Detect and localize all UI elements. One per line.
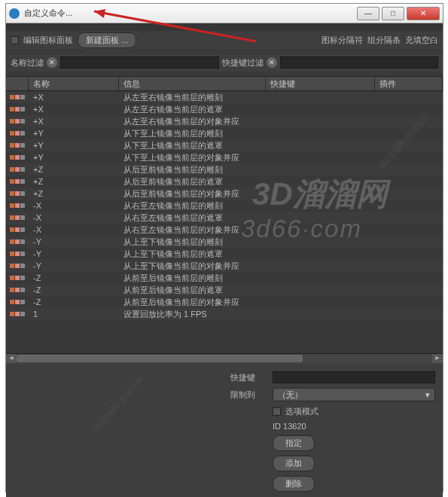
row-name: +Y (29, 141, 119, 150)
table-row[interactable]: +X从左至右镜像当前层的雕刻 (6, 91, 443, 103)
row-name: -Z (29, 273, 119, 282)
row-name: -Y (29, 237, 119, 246)
minimize-button[interactable]: — (357, 7, 379, 20)
table-row[interactable]: 1设置回放比率为 1 FPS (6, 308, 443, 320)
row-info: 从后至前镜像当前层的对象并应 (119, 188, 266, 200)
limit-value: （无） (278, 389, 303, 401)
name-filter-label: 名称过滤 (11, 57, 44, 69)
row-info: 从下至上镜像当前层的对象并应 (119, 152, 266, 163)
scroll-left-icon[interactable]: ◄ (6, 354, 17, 363)
table-row[interactable]: -X从右至左镜像当前层的雕刻 (6, 200, 443, 212)
row-name: -X (29, 201, 119, 210)
scroll-thumb[interactable] (17, 355, 303, 362)
row-icons (6, 179, 29, 184)
fill-blank-button[interactable]: 充填空白 (405, 35, 438, 46)
table-row[interactable]: +X从左至右镜像当前层的遮罩 (6, 103, 443, 115)
table-row[interactable]: +Z从后至前镜像当前层的雕刻 (6, 163, 443, 175)
limit-select[interactable]: （无）▾ (273, 388, 435, 401)
row-icons (6, 276, 29, 280)
table-row[interactable]: -X从右至左镜像当前层的对象并应 (6, 224, 443, 236)
row-name: +Z (29, 165, 119, 174)
table-row[interactable]: -Z从前至后镜像当前层的对象并应 (6, 296, 443, 308)
table-row[interactable]: +Y从下至上镜像当前层的对象并应 (6, 151, 443, 163)
row-name: +X (29, 105, 119, 114)
table-row[interactable]: +X从左至右镜像当前层的对象并应 (6, 115, 443, 127)
row-name: +X (29, 93, 119, 102)
row-name: -X (29, 213, 119, 222)
option-mode-checkbox[interactable] (273, 407, 281, 416)
row-name: +Y (29, 153, 119, 162)
table-row[interactable]: +Y从下至上镜像当前层的遮罩 (6, 139, 443, 151)
shortcut-filter-input[interactable] (280, 56, 439, 69)
shortcut-filter-clear-icon[interactable]: ✕ (267, 57, 277, 68)
edit-panel-label: 编辑图标面板 (23, 35, 73, 46)
add-button[interactable]: 添加 (273, 456, 315, 471)
edit-panel-checkbox[interactable] (11, 36, 19, 44)
maximize-button[interactable]: □ (382, 7, 404, 20)
row-icons (6, 131, 29, 136)
row-icons (6, 95, 29, 99)
delete-button[interactable]: 删除 (273, 476, 315, 492)
header-shortcut[interactable]: 快捷键 (266, 77, 375, 90)
table-row[interactable]: +Y从下至上镜像当前层的雕刻 (6, 127, 443, 139)
icon-sep-button[interactable]: 图标分隔符 (322, 35, 363, 46)
table-row[interactable]: +Z从后至前镜像当前层的遮罩 (6, 175, 443, 188)
row-info: 从左至右镜像当前层的对象并应 (119, 116, 266, 127)
chevron-down-icon: ▾ (425, 390, 430, 400)
filter-bar: 名称过滤 ✕ 快捷键过滤 ✕ (6, 53, 443, 72)
row-info: 从右至左镜像当前层的对象并应 (119, 224, 266, 236)
command-list[interactable]: +X从左至右镜像当前层的雕刻+X从左至右镜像当前层的遮罩+X从左至右镜像当前层的… (6, 91, 443, 353)
row-icons (6, 215, 29, 220)
name-filter-clear-icon[interactable]: ✕ (47, 57, 57, 68)
row-icons (6, 312, 29, 316)
table-row[interactable]: +Z从后至前镜像当前层的对象并应 (6, 188, 443, 200)
table-row[interactable]: -Y从上至下镜像当前层的遮罩 (6, 248, 443, 260)
row-icons (6, 239, 29, 244)
assign-button[interactable]: 指定 (273, 435, 315, 451)
window-title: 自定义命令... (24, 8, 357, 19)
option-mode-label: 选项模式 (285, 406, 318, 417)
id-label: ID 13620 (273, 422, 306, 431)
group-sep-button[interactable]: 组分隔条 (367, 35, 401, 46)
table-row[interactable]: -Z从前至后镜像当前层的雕刻 (6, 272, 443, 284)
row-info: 从左至右镜像当前层的遮罩 (119, 104, 266, 115)
dock-grip[interactable] (6, 23, 443, 31)
limit-label: 限制到 (230, 389, 268, 401)
header-name[interactable]: 名称 (29, 77, 119, 90)
row-icons (6, 191, 29, 196)
shortcut-label: 快捷键 (230, 372, 268, 383)
row-name: +Z (29, 177, 119, 186)
row-icons (6, 167, 29, 172)
app-icon (9, 8, 20, 19)
row-name: -Y (29, 261, 119, 270)
scroll-right-icon[interactable]: ► (432, 354, 443, 363)
row-name: -Z (29, 285, 119, 294)
table-row[interactable]: -Z从前至后镜像当前层的遮罩 (6, 284, 443, 296)
header-plugin[interactable]: 插件 (375, 77, 443, 90)
row-info: 从下至上镜像当前层的遮罩 (119, 140, 266, 151)
shortcut-filter-label: 快捷键过滤 (222, 57, 264, 69)
row-info: 从下至上镜像当前层的雕刻 (119, 128, 266, 139)
toolbar: 编辑图标面板 新建面板 ... 图标分隔符 组分隔条 充填空白 (6, 31, 443, 49)
row-icons (6, 288, 29, 292)
window-titlebar: 自定义命令... — □ ✕ (6, 4, 443, 23)
header-info[interactable]: 信息 (119, 77, 266, 90)
row-info: 从后至前镜像当前层的遮罩 (119, 176, 266, 188)
table-header: 名称 信息 快捷键 插件 (6, 76, 443, 91)
table-row[interactable]: -Y从上至下镜像当前层的对象并应 (6, 260, 443, 272)
shortcut-input[interactable] (273, 371, 435, 383)
row-icons (6, 227, 29, 232)
name-filter-input[interactable] (60, 56, 219, 69)
row-info: 从前至后镜像当前层的遮罩 (119, 285, 266, 296)
detail-panel: 快捷键 限制到 （无）▾ 选项模式 ID 13620 指定 添加 删除 (6, 364, 443, 496)
horizontal-scrollbar[interactable]: ◄ ► (6, 353, 443, 364)
table-row[interactable]: -X从右至左镜像当前层的遮罩 (6, 212, 443, 224)
table-row[interactable]: -Y从上至下镜像当前层的雕刻 (6, 236, 443, 248)
close-button[interactable]: ✕ (407, 7, 440, 20)
row-icons (6, 300, 29, 304)
row-name: +Y (29, 129, 119, 138)
row-name: +X (29, 117, 119, 126)
new-panel-button[interactable]: 新建面板 ... (78, 32, 136, 48)
row-icons (6, 107, 29, 111)
row-info: 从后至前镜像当前层的雕刻 (119, 164, 266, 175)
